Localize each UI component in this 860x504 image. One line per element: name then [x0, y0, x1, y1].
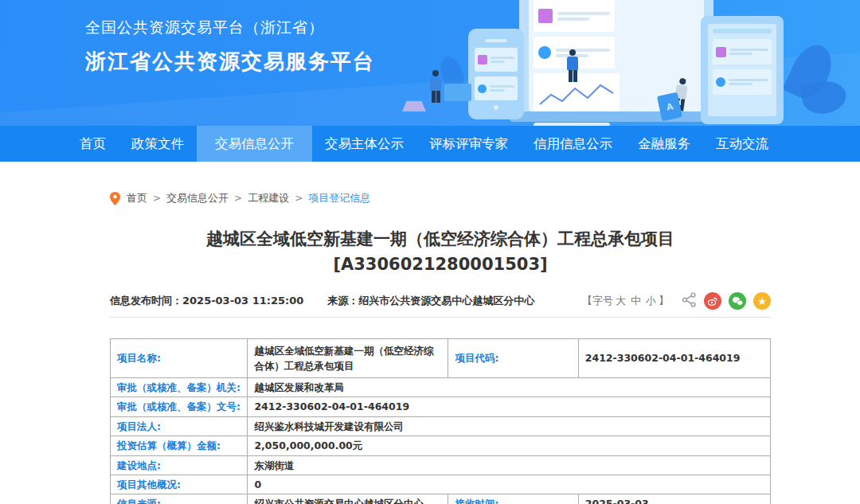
share-icon[interactable]	[682, 292, 697, 310]
font-size-small-button[interactable]: 小	[646, 294, 656, 308]
breadcrumb: 首页 > 交易信息公开 > 工程建设 > 项目登记信息	[110, 191, 771, 205]
field-value-info-source: 绍兴市公共资源交易中心越城区分中心	[248, 494, 448, 504]
table-row: 项目法人: 绍兴鉴水科技城开发建设有限公司	[111, 416, 771, 436]
field-label-receive-time: 接收时间:	[448, 494, 578, 504]
font-size-suffix: 】	[659, 294, 669, 308]
wechat-share-icon[interactable]	[729, 292, 746, 310]
breadcrumb-home[interactable]: 首页	[127, 191, 147, 205]
person-figure	[430, 70, 441, 103]
nav-item-trade-info-disclosure[interactable]: 交易信息公开	[197, 126, 312, 162]
page-title-line2: [A3306021280001503]	[333, 255, 547, 274]
field-label-approval-authority: 审批（或核准、备案）机关:	[111, 378, 248, 397]
phone-graphic	[468, 29, 524, 119]
field-label-other-overview: 项目其他概况:	[111, 475, 248, 494]
field-label-investment-estimate: 投资估算（概算）金额:	[111, 436, 248, 455]
table-row: 建设地点: 东湖街道	[111, 455, 771, 475]
font-size-prefix: 【字号	[582, 294, 613, 308]
table-row: 项目其他概况: 0	[111, 475, 771, 494]
nav-item-policy-documents[interactable]: 政策文件	[119, 126, 197, 162]
nav-item-credit-info-publicity[interactable]: 信用信息公示	[521, 126, 625, 162]
breadcrumb-separator: >	[234, 193, 242, 204]
nav-item-interaction[interactable]: 互动交流	[703, 126, 781, 162]
breadcrumb-project-registration[interactable]: 项目登记信息	[308, 191, 370, 205]
breadcrumb-engineering[interactable]: 工程建设	[248, 191, 289, 205]
field-value-receive-time: 2025-03-03	[578, 494, 770, 504]
field-value-project-name: 越城区全域低空新基建一期（低空经济综合体）工程总承包项目	[248, 339, 448, 378]
weibo-share-icon[interactable]	[704, 292, 721, 310]
tablet-graphic	[701, 16, 784, 124]
field-label-legal-person: 项目法人:	[111, 416, 248, 436]
field-label-project-name: 项目名称:	[111, 339, 248, 378]
table-row: 审批（或核准、备案）文号: 2412-330602-04-01-464019	[111, 397, 771, 416]
national-platform-subtitle: 全国公共资源交易平台（浙江省）	[85, 18, 375, 38]
nav-item-home[interactable]: 首页	[67, 126, 119, 162]
favorite-star-icon[interactable]: ★	[753, 292, 771, 310]
field-label-project-code: 项目代码:	[448, 339, 578, 378]
project-detail-table: 项目名称: 越城区全域低空新基建一期（低空经济综合体）工程总承包项目 项目代码:…	[110, 338, 771, 504]
article-source: 来源：绍兴市公共资源交易中心越城区分中心	[327, 294, 534, 308]
font-size-medium-button[interactable]: 中	[631, 294, 641, 308]
table-row: 投资估算（概算）金额: 2,050,000,000.00元	[111, 436, 771, 455]
page-title-line1: 越城区全域低空新基建一期（低空经济综合体）工程总承包项目	[206, 229, 674, 248]
table-row: 信息来源: 绍兴市公共资源交易中心越城区分中心 接收时间: 2025-03-03	[111, 494, 771, 504]
field-value-legal-person: 绍兴鉴水科技城开发建设有限公司	[248, 416, 771, 436]
site-title: 浙江省公共资源交易服务平台	[85, 48, 375, 76]
page-title: 越城区全域低空新基建一期（低空经济综合体）工程总承包项目 [A330602128…	[110, 227, 771, 277]
breadcrumb-trade-info[interactable]: 交易信息公开	[166, 191, 229, 205]
field-label-construction-site: 建设地点:	[111, 455, 248, 475]
purple-square-graphic	[538, 9, 553, 23]
field-value-construction-site: 东湖街道	[248, 455, 771, 475]
table-row: 项目名称: 越城区全域低空新基建一期（低空经济综合体）工程总承包项目 项目代码:…	[111, 339, 771, 378]
field-value-project-code: 2412-330602-04-01-464019	[578, 339, 770, 378]
hero-banner: A 全国公共资源交易平台（浙江省） 浙江省公共资源交易服务平台	[0, 0, 860, 126]
field-value-approval-number: 2412-330602-04-01-464019	[248, 397, 771, 416]
table-row: 审批（或核准、备案）机关: 越城区发展和改革局	[111, 378, 771, 397]
nav-item-trade-subject-publicity[interactable]: 交易主体公示	[312, 126, 416, 162]
location-pin-icon	[110, 192, 120, 205]
field-label-info-source: 信息来源:	[111, 494, 248, 504]
main-navigation: 首页 政策文件 交易信息公开 交易主体公示 评标评审专家 信用信息公示 金融服务…	[0, 126, 860, 162]
article-content: 首页 > 交易信息公开 > 工程建设 > 项目登记信息 越城区全域低空新基建一期…	[110, 191, 771, 504]
monitor-base-graphic	[510, 111, 723, 122]
article-meta-bar: 信息发布时间：2025-03-03 11:25:00 来源：绍兴市公共资源交易中…	[110, 292, 771, 318]
publish-time: 信息发布时间：2025-03-03 11:25:00	[110, 294, 303, 308]
field-value-approval-authority: 越城区发展和改革局	[248, 378, 771, 397]
leaf-decoration	[799, 78, 848, 117]
field-value-other-overview: 0	[248, 475, 771, 494]
nav-item-evaluation-experts[interactable]: 评标评审专家	[416, 126, 521, 162]
breadcrumb-separator: >	[295, 193, 303, 204]
field-value-investment-estimate: 2,050,000,000.00元	[248, 436, 771, 455]
nav-item-financial-services[interactable]: 金融服务	[625, 126, 703, 162]
font-size-large-button[interactable]: 大	[616, 294, 626, 308]
blue-dot-graphic	[538, 46, 551, 59]
trapezoid-decoration	[402, 101, 426, 111]
field-label-approval-number: 审批（或核准、备案）文号:	[111, 397, 248, 416]
person-figure	[567, 49, 578, 82]
box-graphic	[444, 84, 471, 101]
image-placeholder-graphic	[534, 123, 610, 126]
breadcrumb-separator: >	[153, 193, 161, 204]
